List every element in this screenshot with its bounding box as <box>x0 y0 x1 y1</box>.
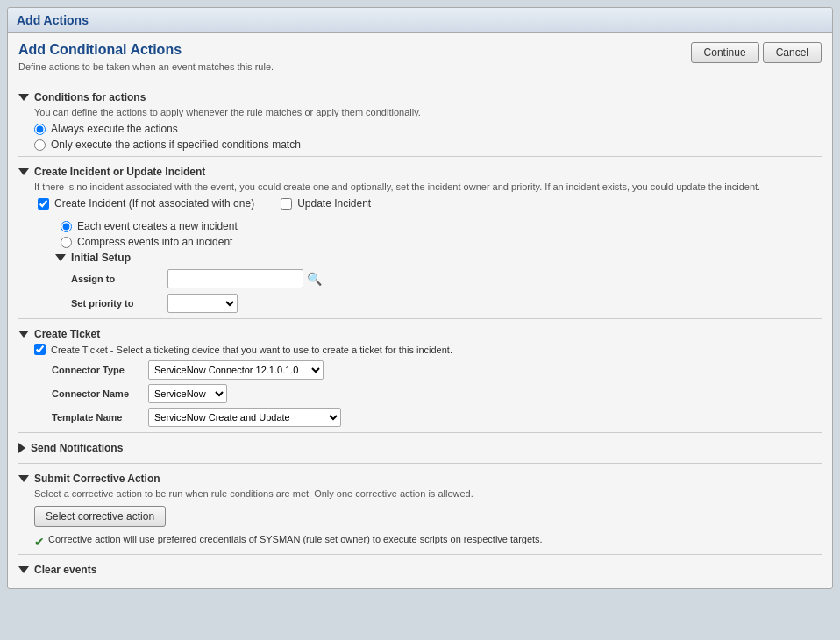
connector-name-row: Connector Name ServiceNow <box>52 384 822 403</box>
clear-events-section[interactable]: Clear events <box>18 560 822 580</box>
credentials-check-icon: ✔ <box>34 535 45 549</box>
set-priority-row: Set priority to 1 - Critical 2 - High 3 … <box>71 294 822 313</box>
update-incident-checkbox-row: Update Incident <box>281 197 371 210</box>
divider-1 <box>18 156 822 157</box>
create-ticket-triangle-icon <box>18 331 29 338</box>
page-subtitle: Define actions to be taken when an event… <box>18 61 274 72</box>
assign-to-label: Assign to <box>71 274 167 284</box>
clear-events-title: Clear events <box>34 564 96 576</box>
page-title: Add Conditional Actions <box>18 42 274 58</box>
assign-to-input-group: 🔍 <box>167 269 322 288</box>
submit-corrective-section: Submit Corrective Action Select a correc… <box>18 469 822 549</box>
update-incident-label: Update Incident <box>297 197 371 210</box>
initial-setup-content: Assign to 🔍 Set priority to <box>55 269 822 313</box>
panel-body: Add Conditional Actions Define actions t… <box>8 33 832 588</box>
template-name-select[interactable]: ServiceNow Create and Update <box>148 408 341 427</box>
divider-2 <box>18 318 822 319</box>
panel-title: Add Actions <box>17 13 89 27</box>
connector-type-row: Connector Type ServiceNow Connector 12.1… <box>52 360 822 380</box>
select-corrective-button[interactable]: Select corrective action <box>34 506 166 527</box>
submit-corrective-content: Select a corrective action to be run whe… <box>18 488 822 549</box>
panel-header: Add Actions <box>8 8 832 33</box>
conditions-content: You can define the actions to apply when… <box>18 107 822 151</box>
incident-radio-group: Each event creates a new incident Compre… <box>34 220 822 248</box>
create-incident-header[interactable]: Create Incident or Update Incident <box>18 162 822 181</box>
set-priority-label: Set priority to <box>71 298 167 309</box>
each-event-radio[interactable] <box>61 221 72 232</box>
template-name-row: Template Name ServiceNow Create and Upda… <box>52 408 822 427</box>
connector-name-label: Connector Name <box>52 388 148 399</box>
connector-name-select[interactable]: ServiceNow <box>148 384 227 403</box>
compress-events-radio-row: Compress events into an incident <box>61 236 822 248</box>
assign-to-input[interactable] <box>167 269 303 288</box>
compress-events-label: Compress events into an incident <box>77 236 232 248</box>
each-event-radio-row: Each event creates a new incident <box>61 220 822 232</box>
conditions-section-header[interactable]: Conditions for actions <box>18 88 822 107</box>
cancel-button[interactable]: Cancel <box>763 42 822 63</box>
credentials-row: ✔ Corrective action will use preferred c… <box>34 534 822 549</box>
create-ticket-checkbox-row: Create Ticket - Select a ticketing devic… <box>34 344 822 355</box>
create-ticket-title: Create Ticket <box>34 328 100 340</box>
outer-container: Add Actions Add Conditional Actions Defi… <box>0 0 840 640</box>
conditions-triangle-icon <box>18 94 29 101</box>
submit-corrective-triangle-icon <box>18 475 29 482</box>
initial-setup-block: Initial Setup Assign to 🔍 <box>34 252 822 313</box>
conditions-section: Conditions for actions You can define th… <box>18 88 822 151</box>
conditional-execute-label: Only execute the actions if specified co… <box>51 139 301 151</box>
continue-button[interactable]: Continue <box>691 42 759 63</box>
send-notifications-triangle-icon <box>18 443 25 453</box>
create-ticket-checkbox[interactable] <box>34 344 46 355</box>
connector-type-label: Connector Type <box>52 365 148 375</box>
create-incident-checkbox-row: Create Incident (If not associated with … <box>38 197 254 210</box>
compress-events-radio[interactable] <box>61 237 72 248</box>
update-incident-checkbox[interactable] <box>281 198 292 210</box>
create-incident-title: Create Incident or Update Incident <box>34 166 205 178</box>
create-incident-triangle-icon <box>18 168 29 175</box>
incident-options-row: Create Incident (If not associated with … <box>34 197 822 213</box>
conditional-execute-radio[interactable] <box>34 139 46 151</box>
conditions-desc: You can define the actions to apply when… <box>34 107 822 117</box>
assign-to-search-button[interactable]: 🔍 <box>307 272 322 286</box>
divider-4 <box>18 463 822 464</box>
create-incident-content: If there is no incident associated with … <box>18 181 822 313</box>
submit-corrective-title: Submit Corrective Action <box>34 473 160 485</box>
always-execute-radio[interactable] <box>34 124 46 135</box>
create-ticket-section: Create Ticket Create Ticket - Select a t… <box>18 324 822 427</box>
clear-events-triangle-icon <box>18 566 29 573</box>
conditional-execute-row: Only execute the actions if specified co… <box>34 139 822 151</box>
initial-setup-header[interactable]: Initial Setup <box>55 252 822 264</box>
always-execute-row: Always execute the actions <box>34 123 822 135</box>
template-name-label: Template Name <box>52 412 148 423</box>
each-event-label: Each event creates a new incident <box>77 220 238 232</box>
initial-setup-title: Initial Setup <box>71 252 131 264</box>
conditions-title: Conditions for actions <box>34 91 146 103</box>
assign-to-row: Assign to 🔍 <box>71 269 822 288</box>
submit-corrective-header[interactable]: Submit Corrective Action <box>18 469 822 488</box>
divider-5 <box>18 554 822 555</box>
credentials-text: Corrective action will use preferred cre… <box>48 534 543 544</box>
send-notifications-title: Send Notifications <box>31 442 123 454</box>
always-execute-label: Always execute the actions <box>51 123 178 135</box>
create-incident-label: Create Incident (If not associated with … <box>54 197 254 210</box>
initial-setup-triangle-icon <box>55 254 66 261</box>
priority-select[interactable]: 1 - Critical 2 - High 3 - Medium 4 - Low… <box>167 294 238 313</box>
create-incident-section: Create Incident or Update Incident If th… <box>18 162 822 313</box>
create-ticket-checkbox-label: Create Ticket - Select a ticketing devic… <box>51 345 452 355</box>
create-ticket-header[interactable]: Create Ticket <box>18 324 822 344</box>
create-ticket-content: Create Ticket - Select a ticketing devic… <box>18 344 822 427</box>
create-incident-checkbox[interactable] <box>38 198 49 210</box>
send-notifications-section[interactable]: Send Notifications <box>18 438 822 458</box>
create-incident-desc: If there is no incident associated with … <box>34 181 822 192</box>
divider-3 <box>18 432 822 433</box>
title-area: Add Conditional Actions Define actions t… <box>18 42 274 81</box>
main-panel: Add Actions Add Conditional Actions Defi… <box>7 7 833 589</box>
header-buttons: Continue Cancel <box>691 42 822 63</box>
ticket-form: Connector Type ServiceNow Connector 12.1… <box>34 360 822 427</box>
corrective-desc: Select a corrective action to be run whe… <box>34 488 822 499</box>
header-row: Add Conditional Actions Define actions t… <box>18 42 822 81</box>
connector-type-select[interactable]: ServiceNow Connector 12.1.0.1.0 <box>148 360 324 380</box>
